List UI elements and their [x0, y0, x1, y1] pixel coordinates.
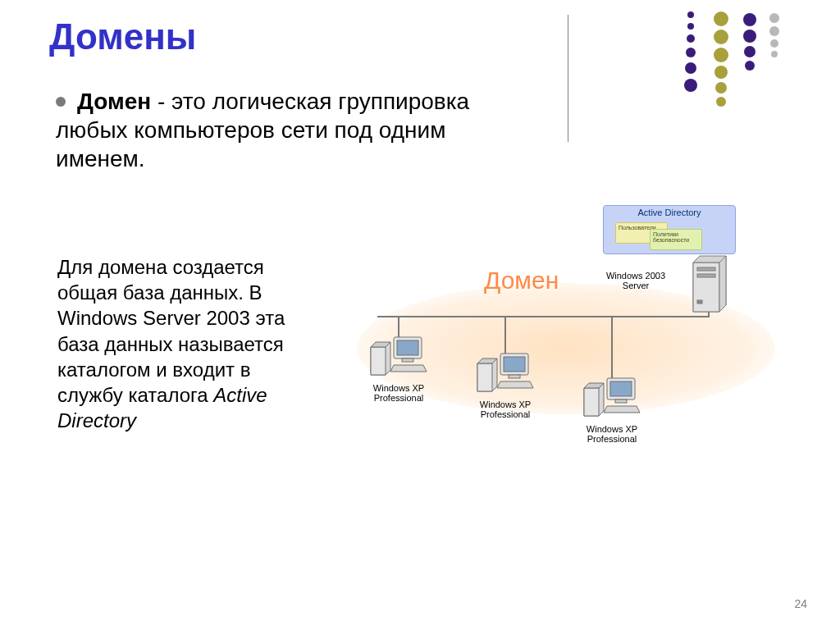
domain-diagram: Домен Active Directory Пользователи Поли…: [345, 205, 804, 484]
client-label-1: Windows XP Professional: [369, 383, 428, 403]
svg-rect-5: [697, 274, 715, 277]
svg-rect-11: [397, 340, 418, 355]
client-label-3: Windows XP Professional: [582, 424, 641, 444]
svg-marker-20: [497, 381, 533, 388]
active-directory-box: Active Directory Пользователи Политики б…: [603, 205, 736, 254]
client-node-1: Windows XP Professional: [369, 332, 428, 403]
page-number: 24: [794, 597, 807, 610]
server-node: Windows 2003 Server: [685, 254, 734, 319]
decorative-dots: [668, 11, 807, 126]
pc-icon: [582, 373, 641, 419]
svg-rect-4: [697, 267, 715, 271]
active-directory-title: Active Directory: [604, 206, 735, 217]
slide-title: Домены: [49, 16, 196, 57]
svg-rect-26: [615, 399, 627, 403]
svg-marker-27: [604, 406, 640, 413]
pc-icon: [369, 332, 428, 378]
term: Домен: [77, 89, 151, 114]
client-node-2: Windows XP Professional: [476, 349, 535, 419]
server-label: Windows 2003 Server: [595, 271, 677, 290]
client-node-3: Windows XP Professional: [582, 373, 641, 444]
svg-rect-18: [504, 357, 525, 372]
svg-marker-8: [371, 347, 386, 375]
server-icon: [687, 254, 733, 316]
vertical-rule: [568, 15, 568, 142]
sticky-note-policies: Политики безопасности: [650, 229, 702, 250]
sticky-note-policies-text: Политики безопасности: [653, 231, 689, 243]
client-label-2: Windows XP Professional: [476, 399, 535, 419]
domain-oval-label: Домен: [484, 267, 559, 294]
definition-bullet: Домен - это логическая группировка любых…: [56, 87, 532, 173]
network-bus: [377, 316, 710, 317]
bullet-dot-icon: [56, 97, 66, 107]
drop-3: [611, 316, 613, 381]
svg-marker-22: [584, 388, 599, 416]
slide: Домены Домен - это логическая группировк…: [0, 0, 840, 630]
svg-rect-25: [610, 381, 632, 396]
pc-icon: [476, 349, 535, 395]
svg-marker-15: [477, 363, 492, 391]
svg-rect-12: [402, 358, 413, 362]
explanation-paragraph: Для домена создается общая база данных. …: [57, 254, 304, 433]
svg-marker-13: [390, 365, 427, 372]
svg-rect-19: [509, 375, 520, 378]
svg-marker-3: [719, 256, 726, 312]
svg-rect-6: [697, 300, 702, 304]
